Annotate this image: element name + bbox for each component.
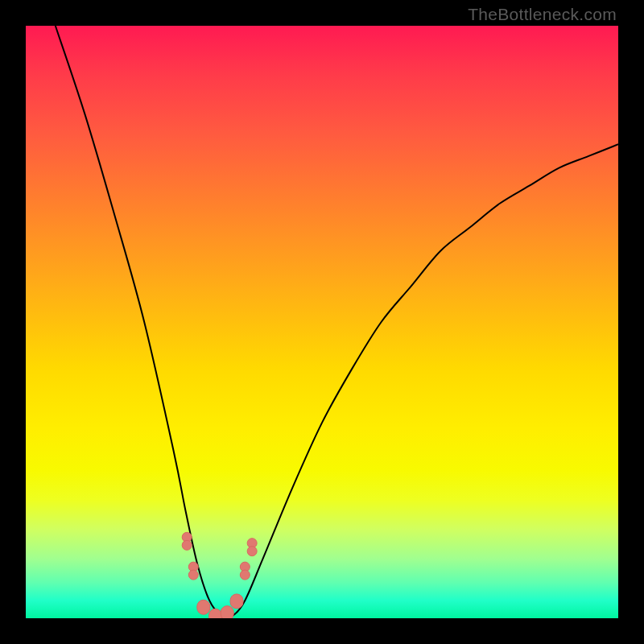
svg-point-1	[182, 540, 192, 550]
svg-point-11	[247, 547, 257, 556]
svg-point-9	[240, 570, 250, 580]
svg-rect-5	[209, 609, 222, 618]
svg-rect-6	[221, 606, 233, 618]
svg-point-3	[188, 570, 198, 580]
watermark-text: TheBottleneck.com	[468, 5, 617, 24]
svg-rect-4	[197, 600, 210, 614]
chart-svg	[26, 26, 618, 618]
svg-rect-7	[230, 594, 243, 609]
bottleneck-curve-line	[56, 26, 618, 617]
chart-plot-area	[26, 26, 618, 618]
